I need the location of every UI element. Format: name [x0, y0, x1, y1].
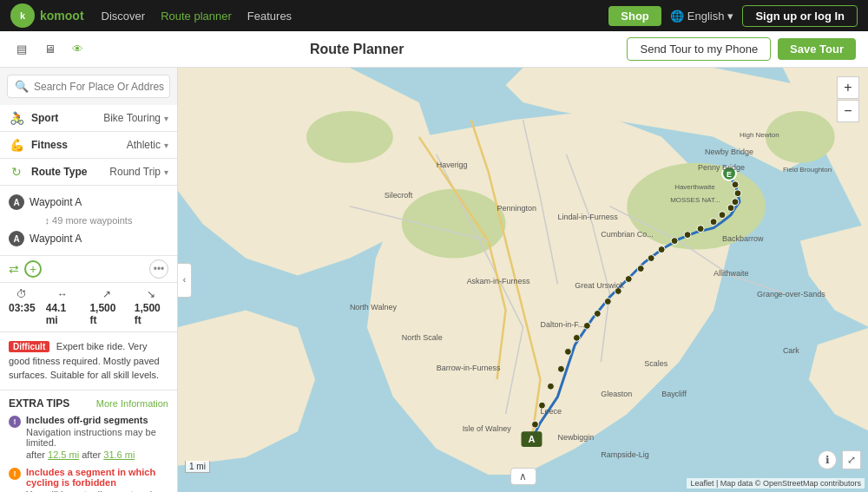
svg-point-14	[734, 190, 741, 197]
stat-time: ⏱ 03:35	[9, 288, 36, 326]
search-box[interactable]: 🔍	[7, 75, 170, 98]
svg-point-19	[697, 226, 704, 233]
chevron-down-icon: ▾	[164, 114, 168, 123]
komoot-logo[interactable]: k	[10, 3, 35, 28]
route-type-label: Route Type	[31, 166, 109, 178]
search-icon: 🔍	[15, 80, 29, 93]
info-button[interactable]: ℹ	[818, 450, 837, 469]
nav-discover[interactable]: Discover	[102, 10, 146, 23]
svg-point-15	[732, 199, 739, 206]
stats-row: ⏱ 03:35 ↔ 44.1 mi ↗ 1,500 ft ↘ 1,500 ft	[0, 283, 177, 332]
more-info-link[interactable]: More Information	[96, 398, 168, 409]
map-collapse-button[interactable]: ‹	[178, 263, 192, 298]
swap-icon[interactable]: ⇄	[9, 262, 19, 276]
description-section: Difficult Expert bike ride. Very good fi…	[0, 332, 177, 390]
waypoint-a-dot: A	[9, 194, 24, 210]
ascent-icon: ↗	[102, 288, 111, 300]
descent-icon: ↘	[147, 288, 155, 300]
sport-filter[interactable]: 🚴 Sport Bike Touring ▾	[0, 105, 177, 132]
bike-icon: 🚴	[9, 110, 24, 126]
time-icon: ⏱	[16, 288, 27, 300]
svg-text:Penny Bridge: Penny Bridge	[698, 163, 745, 172]
tip-off-grid: ! Includes off-grid segments Navigation …	[9, 415, 168, 460]
search-input[interactable]	[34, 81, 164, 93]
map-zoom-controls: + −	[837, 76, 859, 122]
add-waypoints-row: ⇄ + •••	[0, 256, 177, 283]
svg-text:Pennington: Pennington	[497, 204, 536, 213]
svg-text:Silecroft: Silecroft	[385, 191, 413, 200]
signup-button[interactable]: Sign up or log In	[742, 5, 858, 27]
add-waypoint-button[interactable]: +	[24, 260, 42, 278]
tip-forbidden-desc: You will have to dismount and push your …	[26, 489, 168, 493]
svg-text:Leece: Leece	[540, 407, 561, 416]
svg-text:Allithwaite: Allithwaite	[713, 269, 748, 278]
svg-point-30	[573, 334, 580, 341]
stat-descent: ↘ 1,500 ft	[135, 288, 168, 326]
sub-nav-icons: ▤ 🖥 👁	[12, 42, 87, 57]
fitness-filter[interactable]: 💪 Fitness Athletic ▾	[0, 132, 177, 159]
save-tour-button[interactable]: Save Tour	[778, 38, 856, 60]
chevron-down-icon: ▾	[164, 141, 168, 150]
svg-text:Backbarrow: Backbarrow	[722, 234, 764, 243]
svg-text:Grange-over-Sands: Grange-over-Sands	[757, 290, 825, 298]
desktop-icon[interactable]: 🖥	[40, 42, 59, 57]
svg-point-22	[658, 246, 665, 253]
fitness-icon: 💪	[9, 137, 24, 153]
map-area[interactable]: ‹	[178, 68, 868, 492]
distance-value: 44.1 mi	[46, 302, 80, 326]
forbidden-icon: !	[9, 468, 21, 480]
svg-point-16	[727, 205, 734, 212]
fitness-value: Athletic	[127, 139, 161, 151]
sidebar-toggle-icon[interactable]: ▤	[12, 42, 31, 57]
fullscreen-button[interactable]: ⤢	[842, 450, 861, 469]
stat-distance: ↔ 44.1 mi	[46, 288, 80, 326]
tip-cycling-forbidden: ! Includes a segment in which cycling is…	[9, 467, 168, 493]
send-tour-button[interactable]: Send Tour to my Phone	[627, 37, 771, 61]
svg-text:Gleaston: Gleaston	[601, 390, 632, 398]
svg-point-33	[547, 383, 554, 390]
tip-link-2[interactable]: 31.6 mi	[103, 449, 135, 460]
eye-icon[interactable]: 👁	[68, 42, 87, 57]
svg-point-10	[306, 111, 393, 163]
waypoint-b-label: Waypoint A	[30, 233, 168, 245]
nav-features[interactable]: Features	[247, 10, 292, 23]
svg-point-29	[583, 322, 590, 329]
svg-point-28	[594, 310, 601, 317]
route-type-filter[interactable]: ↻ Route Type Round Trip ▾	[0, 159, 177, 186]
zoom-in-button[interactable]: +	[837, 76, 859, 99]
waypoint-a-label: Waypoint A	[30, 196, 168, 208]
top-nav: k komoot Discover Route planner Features…	[0, 0, 868, 31]
svg-text:A: A	[529, 434, 536, 444]
waypoint-a-row[interactable]: A Waypoint A	[9, 191, 168, 213]
map-up-button[interactable]: ∧	[510, 468, 536, 485]
svg-point-21	[671, 238, 678, 245]
svg-text:Great Urswick: Great Urswick	[575, 281, 624, 290]
chevron-down-icon: ▾	[164, 167, 168, 177]
svg-text:Newbiggin: Newbiggin	[557, 433, 594, 442]
extra-tips-title: EXTRA TIPS	[9, 397, 69, 410]
tip-forbidden-title: Includes a segment in which cycling is f…	[26, 467, 168, 488]
time-value: 03:35	[9, 302, 36, 314]
tip-off-grid-after: after 12.5 mi after 31.6 mi	[26, 449, 168, 460]
distance-icon: ↔	[57, 288, 68, 300]
language-selector[interactable]: 🌐 English ▾	[670, 10, 734, 23]
svg-text:Scales: Scales	[644, 359, 667, 368]
sub-nav-actions: Send Tour to my Phone Save Tour	[627, 37, 856, 61]
waypoint-b-row[interactable]: A Waypoint A	[9, 227, 168, 250]
svg-text:North Scale: North Scale	[402, 333, 443, 342]
logo-text: komoot	[40, 9, 84, 23]
sidebar: 🔍 🚴 Sport Bike Touring ▾ 💪 Fitness Athle…	[0, 68, 178, 492]
svg-text:Cumbrian Co...: Cumbrian Co...	[601, 230, 653, 239]
route-icon: ↻	[9, 164, 24, 180]
shop-button[interactable]: Shop	[608, 6, 661, 26]
svg-text:Haverthwaite: Haverthwaite	[674, 183, 715, 191]
route-type-value: Round Trip	[109, 166, 161, 178]
zoom-out-button[interactable]: −	[837, 100, 859, 122]
nav-right: Shop 🌐 English ▾ Sign up or log In	[608, 5, 858, 27]
more-options-button[interactable]: •••	[149, 259, 168, 279]
sport-label: Sport	[31, 112, 103, 124]
nav-route-planner[interactable]: Route planner	[161, 10, 232, 23]
chevron-down-icon: ▾	[727, 10, 733, 23]
svg-point-31	[564, 348, 571, 355]
tip-link-1[interactable]: 12.5 mi	[48, 449, 79, 460]
